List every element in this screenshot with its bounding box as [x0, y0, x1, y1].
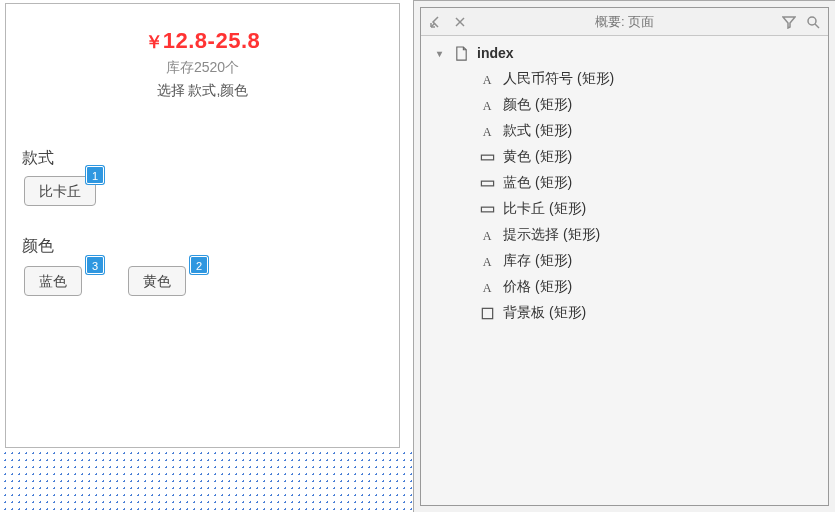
tree-item-label: 黄色 (矩形)	[503, 148, 572, 166]
text-icon: A	[479, 227, 495, 243]
text-icon: A	[479, 97, 495, 113]
price-line: ￥12.8-25.8	[6, 28, 399, 54]
tree-item-label: 蓝色 (矩形)	[503, 174, 572, 192]
svg-text:A: A	[482, 99, 491, 113]
tree-item-label: 背景板 (矩形)	[503, 304, 586, 322]
page-icon	[453, 45, 469, 61]
tree-item[interactable]: A价格 (矩形)	[429, 274, 828, 300]
outline-panel-inner: 概要: 页面 ▾ index A	[420, 7, 829, 506]
tree-item-label: 颜色 (矩形)	[503, 96, 572, 114]
color-chip-yellow[interactable]: 黄色	[128, 266, 186, 296]
outline-header: 概要: 页面	[421, 8, 828, 36]
hint-text: 选择 款式,颜色	[6, 82, 399, 100]
filter-icon[interactable]	[782, 15, 796, 29]
outline-tree: ▾ index A人民币符号 (矩形)A颜色 (矩形)A款式 (矩形)黄色 (矩…	[421, 36, 828, 326]
rect-wide-icon	[479, 149, 495, 165]
tree-item[interactable]: 黄色 (矩形)	[429, 144, 828, 170]
footnote-badge-3[interactable]: 3	[86, 256, 104, 274]
tree-root[interactable]: ▾ index	[429, 40, 828, 66]
svg-point-3	[808, 17, 816, 25]
tree-item-label: 库存 (矩形)	[503, 252, 572, 270]
svg-rect-8	[481, 155, 493, 160]
color-section-label: 颜色	[22, 236, 54, 257]
tree-item-label: 价格 (矩形)	[503, 278, 572, 296]
tree-item-label: 款式 (矩形)	[503, 122, 572, 140]
rect-wide-icon	[479, 175, 495, 191]
color-chip-blue[interactable]: 蓝色	[24, 266, 82, 296]
svg-marker-2	[783, 17, 795, 28]
outline-panel: 概要: 页面 ▾ index A	[413, 0, 835, 512]
tree-item[interactable]: 比卡丘 (矩形)	[429, 196, 828, 222]
tree-item[interactable]: 背景板 (矩形)	[429, 300, 828, 326]
tree-item[interactable]: A提示选择 (矩形)	[429, 222, 828, 248]
svg-text:A: A	[482, 125, 491, 139]
chevron-down-icon[interactable]: ▾	[433, 48, 445, 59]
svg-text:A: A	[482, 281, 491, 295]
text-icon: A	[479, 253, 495, 269]
footnote-badge-2[interactable]: 2	[190, 256, 208, 274]
tree-item[interactable]: A款式 (矩形)	[429, 118, 828, 144]
tree-item[interactable]: A人民币符号 (矩形)	[429, 66, 828, 92]
close-icon[interactable]	[453, 15, 467, 29]
tree-item[interactable]: A库存 (矩形)	[429, 248, 828, 274]
svg-rect-14	[482, 308, 492, 318]
svg-rect-9	[481, 181, 493, 186]
footnote-badge-1[interactable]: 1	[86, 166, 104, 184]
rect-icon	[479, 305, 495, 321]
artboard[interactable]: ￥12.8-25.8 库存2520个 选择 款式,颜色 款式 颜色 比卡丘 蓝色…	[5, 3, 400, 448]
search-icon[interactable]	[806, 15, 820, 29]
design-canvas[interactable]: ￥12.8-25.8 库存2520个 选择 款式,颜色 款式 颜色 比卡丘 蓝色…	[0, 0, 413, 512]
currency-symbol: ￥	[145, 32, 163, 52]
svg-text:A: A	[482, 255, 491, 269]
tree-item[interactable]: A颜色 (矩形)	[429, 92, 828, 118]
style-section-label: 款式	[22, 148, 54, 169]
tree-item-label: 人民币符号 (矩形)	[503, 70, 614, 88]
tree-root-label: index	[477, 45, 514, 61]
svg-line-4	[815, 24, 819, 28]
collapse-icon[interactable]	[429, 15, 443, 29]
text-icon: A	[479, 279, 495, 295]
svg-rect-10	[481, 207, 493, 212]
svg-text:A: A	[482, 229, 491, 243]
rect-wide-icon	[479, 201, 495, 217]
text-icon: A	[479, 123, 495, 139]
text-icon: A	[479, 71, 495, 87]
svg-text:A: A	[482, 73, 491, 87]
tree-item[interactable]: 蓝色 (矩形)	[429, 170, 828, 196]
canvas-dotgrid	[0, 448, 413, 512]
outline-title: 概要: 页面	[467, 13, 782, 31]
price-value: 12.8-25.8	[163, 28, 260, 53]
tree-item-label: 比卡丘 (矩形)	[503, 200, 586, 218]
app-root: ￥12.8-25.8 库存2520个 选择 款式,颜色 款式 颜色 比卡丘 蓝色…	[0, 0, 835, 512]
stock-text: 库存2520个	[6, 59, 399, 77]
tree-item-label: 提示选择 (矩形)	[503, 226, 600, 244]
